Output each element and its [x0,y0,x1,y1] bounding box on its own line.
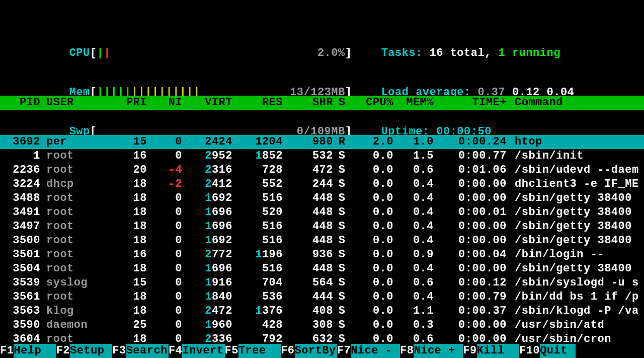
cell-time: 0:00.01 [434,205,510,220]
cell-pri: 18 [107,262,147,276]
cell-res: 516 [232,234,283,248]
table-row[interactable]: 3561root1801840536444S0.00.40:00.79/bin/… [0,290,644,304]
table-row[interactable]: 3590daemon2501960428308S0.00.30:00.00/us… [0,318,644,332]
cell-virt: 1840 [182,290,232,304]
cell-ni: 0 [147,205,182,220]
cell-s: S [333,276,351,290]
cell-res: 552 [232,177,283,191]
cell-res: 536 [232,290,283,304]
process-table[interactable]: PID USER PRI NI VIRT RES SHR S CPU% MEM%… [0,70,644,358]
col-cpu[interactable]: CPU% [351,96,393,110]
fkey-invert[interactable]: F4Invert [169,344,225,358]
col-res[interactable]: RES [232,96,283,110]
fkey-label: Help [14,344,56,358]
fkey-setup[interactable]: F2Setup [56,344,113,358]
table-row[interactable]: 3491root1801696520448S0.00.40:00.01/sbin… [0,205,644,220]
col-pri[interactable]: PRI [107,96,147,110]
cell-shr: 448 [283,205,333,220]
cpu-meter-label: CPU [69,47,90,59]
cell-ni: 0 [147,318,182,332]
fkey-label: Nice - [351,344,400,358]
fkey-sortby[interactable]: F6SortBy [281,344,337,358]
cell-mem: 0.4 [393,262,434,276]
cell-cpu: 0.0 [351,177,393,191]
table-row[interactable]: 3488root1801692516448S0.00.40:00.00/sbin… [0,191,644,205]
table-row[interactable]: 3504root1801696516448S0.00.40:00.00/sbin… [0,262,644,276]
cell-cmd: /sbin/getty 38400 [510,205,644,220]
cell-cpu: 0.0 [351,262,393,276]
col-s[interactable]: S [333,96,351,110]
cell-time: 0:00.04 [434,248,510,262]
cell-user: root [43,220,107,234]
fkey-search[interactable]: F3Search [112,344,169,358]
col-user[interactable]: USER [43,96,107,110]
col-mem[interactable]: MEM% [393,96,434,110]
cell-shr: 408 [283,304,333,318]
cell-s: S [333,248,351,262]
cell-shr: 448 [283,262,333,276]
cell-shr: 244 [283,177,333,191]
cell-user: root [43,163,107,177]
fkey-label: Invert [182,344,224,358]
fkey-tree[interactable]: F5Tree [225,344,281,358]
cell-pid: 2236 [0,163,43,177]
tasks-label: Tasks: [381,47,423,59]
fkey-kill[interactable]: F9Kill [463,344,519,358]
cell-res: 704 [232,276,283,290]
cell-pid: 3501 [0,248,43,262]
cell-user: root [43,248,107,262]
table-row[interactable]: 3539syslog1501916704564S0.00.60:00.12/sb… [0,276,644,290]
cell-cpu: 0.0 [351,191,393,205]
cell-virt: 2412 [182,177,232,191]
col-cmd[interactable]: Command [510,96,644,110]
table-row[interactable]: 3563klog18024721376408S0.01.10:00.37/sbi… [0,304,644,318]
cell-mem: 0.4 [393,205,434,220]
col-shr[interactable]: SHR [283,96,333,110]
col-ni[interactable]: NI [147,96,182,110]
table-row[interactable]: 3501root16027721196936S0.00.90:00.04/bin… [0,248,644,262]
cell-virt: 1696 [182,262,232,276]
cell-shr: 444 [283,290,333,304]
cell-cpu: 0.0 [351,318,393,332]
col-time[interactable]: TIME+ [434,96,510,110]
footer-bar[interactable]: F1Help F2Setup F3SearchF4InvertF5Tree F6… [0,344,644,358]
fkey-label: Nice + [414,344,463,358]
fkey-number: F6 [281,344,294,358]
table-row[interactable]: 2236root20-42316728472S0.00.60:01.06/sbi… [0,163,644,177]
table-header[interactable]: PID USER PRI NI VIRT RES SHR S CPU% MEM%… [0,96,644,110]
cell-ni: 0 [147,290,182,304]
table-row[interactable]: 3500root1801692516448S0.00.40:00.00/sbin… [0,234,644,248]
cell-cpu: 0.0 [351,248,393,262]
cell-ni: 0 [147,248,182,262]
cell-user: per [43,135,107,149]
col-pid[interactable]: PID [0,96,43,110]
cell-cpu: 0.0 [351,220,393,234]
table-row[interactable]: 3497root1801696516448S0.00.40:00.00/sbin… [0,220,644,234]
cell-res: 516 [232,191,283,205]
cell-user: root [43,149,107,163]
cell-time: 0:01.06 [434,163,510,177]
cell-pri: 25 [107,318,147,332]
table-row[interactable]: 1root16029521852532S0.01.50:00.77/sbin/i… [0,149,644,163]
fkey-label: Setup [70,344,112,358]
col-virt[interactable]: VIRT [182,96,232,110]
cell-mem: 1.0 [393,135,434,149]
cell-time: 0:00.00 [434,318,510,332]
table-row[interactable]: 3692per15024241204980R2.01.00:00.24htop [0,135,644,149]
cell-time: 0:00.77 [434,149,510,163]
cell-virt: 2952 [182,149,232,163]
fkey-quit[interactable]: F10Quit [519,344,576,358]
cell-cpu: 0.0 [351,205,393,220]
cell-s: S [333,191,351,205]
fkey-nice--[interactable]: F7Nice - [337,344,400,358]
cell-ni: -2 [147,177,182,191]
cell-shr: 532 [283,149,333,163]
cell-s: S [333,163,351,177]
cell-time: 0:00.79 [434,290,510,304]
fkey-nice-+[interactable]: F8Nice + [400,344,463,358]
fkey-label: Search [126,344,169,358]
table-row[interactable]: 3224dhcp18-22412552244S0.00.40:00.00dhcl… [0,177,644,191]
fkey-help[interactable]: F1Help [0,344,56,358]
cell-time: 0:00.00 [434,191,510,205]
cell-virt: 1960 [182,318,232,332]
